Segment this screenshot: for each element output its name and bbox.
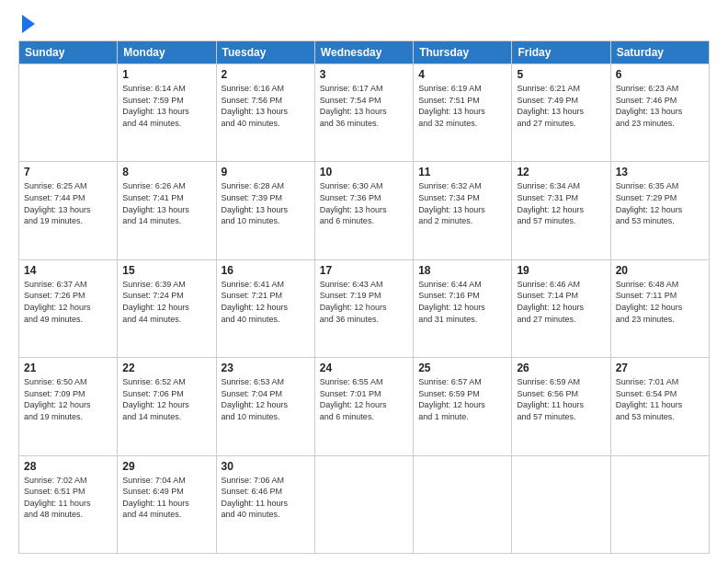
day-info: Sunrise: 6:19 AM Sunset: 7:51 PM Dayligh… (418, 83, 506, 129)
day-info: Sunrise: 7:02 AM Sunset: 6:51 PM Dayligh… (24, 475, 112, 521)
day-number: 5 (517, 68, 605, 81)
day-number: 6 (616, 68, 704, 81)
calendar-day-header: Saturday (610, 41, 709, 64)
day-info: Sunrise: 6:55 AM Sunset: 7:01 PM Dayligh… (320, 376, 408, 422)
day-info: Sunrise: 6:59 AM Sunset: 6:56 PM Dayligh… (517, 376, 605, 422)
day-number: 28 (24, 460, 112, 473)
calendar-cell: 23Sunrise: 6:53 AM Sunset: 7:04 PM Dayli… (216, 358, 314, 455)
day-info: Sunrise: 6:23 AM Sunset: 7:46 PM Dayligh… (616, 83, 704, 129)
header (18, 17, 710, 33)
day-number: 21 (24, 362, 112, 374)
day-info: Sunrise: 6:32 AM Sunset: 7:34 PM Dayligh… (418, 180, 506, 226)
calendar-cell: 11Sunrise: 6:32 AM Sunset: 7:34 PM Dayli… (414, 162, 512, 259)
day-info: Sunrise: 6:37 AM Sunset: 7:26 PM Dayligh… (24, 279, 112, 325)
day-number: 14 (24, 264, 112, 277)
day-info: Sunrise: 6:28 AM Sunset: 7:39 PM Dayligh… (222, 180, 310, 226)
calendar-cell: 28Sunrise: 7:02 AM Sunset: 6:51 PM Dayli… (19, 455, 118, 553)
calendar-week-row: 28Sunrise: 7:02 AM Sunset: 6:51 PM Dayli… (19, 455, 710, 553)
day-info: Sunrise: 6:21 AM Sunset: 7:49 PM Dayligh… (517, 83, 605, 129)
calendar-day-header: Sunday (19, 41, 118, 64)
day-number: 13 (616, 166, 704, 178)
day-number: 27 (616, 362, 704, 374)
calendar-cell: 21Sunrise: 6:50 AM Sunset: 7:09 PM Dayli… (19, 358, 118, 455)
day-number: 16 (222, 264, 310, 277)
calendar-cell: 20Sunrise: 6:48 AM Sunset: 7:11 PM Dayli… (610, 259, 709, 357)
day-number: 23 (222, 362, 310, 374)
calendar-week-row: 21Sunrise: 6:50 AM Sunset: 7:09 PM Dayli… (19, 358, 710, 455)
calendar-cell: 16Sunrise: 6:41 AM Sunset: 7:21 PM Dayli… (216, 259, 314, 357)
day-info: Sunrise: 6:39 AM Sunset: 7:24 PM Dayligh… (122, 279, 210, 325)
day-number: 12 (517, 166, 605, 178)
calendar-cell: 8Sunrise: 6:26 AM Sunset: 7:41 PM Daylig… (118, 162, 216, 259)
day-number: 26 (517, 362, 605, 374)
calendar-cell: 4Sunrise: 6:19 AM Sunset: 7:51 PM Daylig… (414, 64, 512, 162)
calendar-cell: 24Sunrise: 6:55 AM Sunset: 7:01 PM Dayli… (314, 358, 413, 455)
calendar-cell: 9Sunrise: 6:28 AM Sunset: 7:39 PM Daylig… (216, 162, 314, 259)
day-number: 9 (222, 166, 310, 178)
day-info: Sunrise: 6:17 AM Sunset: 7:54 PM Dayligh… (320, 83, 408, 129)
day-number: 15 (122, 264, 210, 277)
day-number: 1 (122, 68, 210, 81)
calendar-cell: 2Sunrise: 6:16 AM Sunset: 7:56 PM Daylig… (216, 64, 314, 162)
calendar-day-header: Monday (118, 41, 216, 64)
day-number: 2 (222, 68, 310, 81)
day-number: 29 (122, 460, 210, 473)
day-info: Sunrise: 6:52 AM Sunset: 7:06 PM Dayligh… (122, 376, 210, 422)
calendar-cell (610, 455, 709, 553)
calendar-cell: 13Sunrise: 6:35 AM Sunset: 7:29 PM Dayli… (610, 162, 709, 259)
day-info: Sunrise: 6:44 AM Sunset: 7:16 PM Dayligh… (418, 279, 506, 325)
calendar-cell: 30Sunrise: 7:06 AM Sunset: 6:46 PM Dayli… (216, 455, 314, 553)
day-info: Sunrise: 7:04 AM Sunset: 6:49 PM Dayligh… (122, 475, 210, 521)
calendar-cell: 18Sunrise: 6:44 AM Sunset: 7:16 PM Dayli… (414, 259, 512, 357)
calendar-cell (19, 64, 118, 162)
calendar-cell: 19Sunrise: 6:46 AM Sunset: 7:14 PM Dayli… (512, 259, 610, 357)
calendar-cell: 25Sunrise: 6:57 AM Sunset: 6:59 PM Dayli… (414, 358, 512, 455)
calendar-week-row: 7Sunrise: 6:25 AM Sunset: 7:44 PM Daylig… (19, 162, 710, 259)
calendar-week-row: 1Sunrise: 6:14 AM Sunset: 7:59 PM Daylig… (19, 64, 710, 162)
calendar-cell: 15Sunrise: 6:39 AM Sunset: 7:24 PM Dayli… (118, 259, 216, 357)
day-number: 11 (418, 166, 506, 178)
day-info: Sunrise: 6:41 AM Sunset: 7:21 PM Dayligh… (222, 279, 310, 325)
calendar-day-header: Wednesday (314, 41, 413, 64)
calendar-cell: 17Sunrise: 6:43 AM Sunset: 7:19 PM Dayli… (314, 259, 413, 357)
day-number: 4 (418, 68, 506, 81)
calendar-table: SundayMondayTuesdayWednesdayThursdayFrid… (18, 40, 710, 554)
calendar-cell: 29Sunrise: 7:04 AM Sunset: 6:49 PM Dayli… (118, 455, 216, 553)
day-info: Sunrise: 7:01 AM Sunset: 6:54 PM Dayligh… (616, 376, 704, 422)
calendar-cell: 7Sunrise: 6:25 AM Sunset: 7:44 PM Daylig… (19, 162, 118, 259)
day-info: Sunrise: 6:25 AM Sunset: 7:44 PM Dayligh… (24, 180, 112, 226)
calendar-cell: 1Sunrise: 6:14 AM Sunset: 7:59 PM Daylig… (118, 64, 216, 162)
day-info: Sunrise: 6:53 AM Sunset: 7:04 PM Dayligh… (222, 376, 310, 422)
calendar-cell: 27Sunrise: 7:01 AM Sunset: 6:54 PM Dayli… (610, 358, 709, 455)
calendar-cell: 10Sunrise: 6:30 AM Sunset: 7:36 PM Dayli… (314, 162, 413, 259)
day-number: 22 (122, 362, 210, 374)
calendar-header-row: SundayMondayTuesdayWednesdayThursdayFrid… (19, 41, 710, 64)
page: SundayMondayTuesdayWednesdayThursdayFrid… (0, 0, 728, 563)
day-number: 18 (418, 264, 506, 277)
day-number: 17 (320, 264, 408, 277)
day-number: 10 (320, 166, 408, 178)
calendar-cell: 5Sunrise: 6:21 AM Sunset: 7:49 PM Daylig… (512, 64, 610, 162)
logo (18, 17, 35, 33)
calendar-cell (512, 455, 610, 553)
calendar-day-header: Tuesday (216, 41, 314, 64)
day-info: Sunrise: 6:16 AM Sunset: 7:56 PM Dayligh… (222, 83, 310, 129)
calendar-cell: 3Sunrise: 6:17 AM Sunset: 7:54 PM Daylig… (314, 64, 413, 162)
day-info: Sunrise: 6:35 AM Sunset: 7:29 PM Dayligh… (616, 180, 704, 226)
day-info: Sunrise: 6:50 AM Sunset: 7:09 PM Dayligh… (24, 376, 112, 422)
calendar-cell: 12Sunrise: 6:34 AM Sunset: 7:31 PM Dayli… (512, 162, 610, 259)
day-number: 24 (320, 362, 408, 374)
calendar-cell (314, 455, 413, 553)
day-info: Sunrise: 6:57 AM Sunset: 6:59 PM Dayligh… (418, 376, 506, 422)
calendar-cell (414, 455, 512, 553)
calendar-day-header: Thursday (414, 41, 512, 64)
day-info: Sunrise: 6:48 AM Sunset: 7:11 PM Dayligh… (616, 279, 704, 325)
day-info: Sunrise: 6:46 AM Sunset: 7:14 PM Dayligh… (517, 279, 605, 325)
calendar-cell: 6Sunrise: 6:23 AM Sunset: 7:46 PM Daylig… (610, 64, 709, 162)
day-number: 3 (320, 68, 408, 81)
day-number: 8 (122, 166, 210, 178)
calendar-cell: 26Sunrise: 6:59 AM Sunset: 6:56 PM Dayli… (512, 358, 610, 455)
day-number: 25 (418, 362, 506, 374)
day-info: Sunrise: 7:06 AM Sunset: 6:46 PM Dayligh… (222, 475, 310, 521)
day-info: Sunrise: 6:30 AM Sunset: 7:36 PM Dayligh… (320, 180, 408, 226)
